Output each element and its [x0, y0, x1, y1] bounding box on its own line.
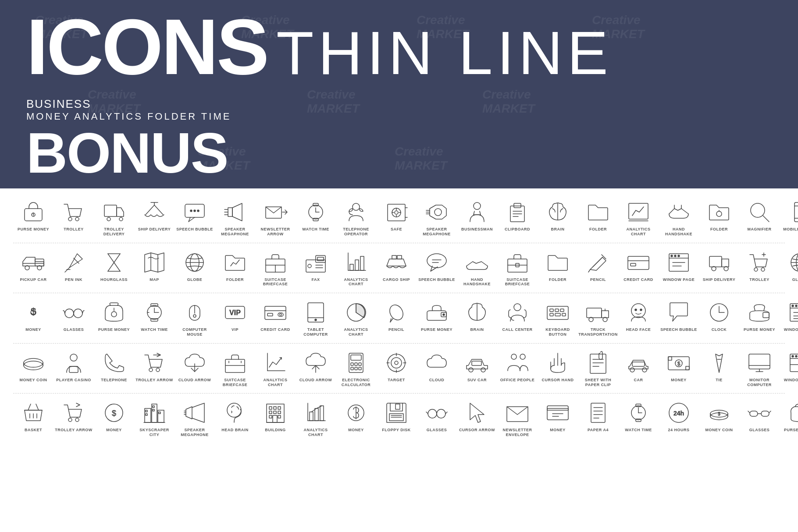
svg-text:$: $ [31, 306, 36, 317]
svg-point-221 [511, 354, 517, 359]
building-icon [262, 400, 289, 426]
analytics-chart2-label: ANALYTICS CHART [337, 277, 375, 287]
magnifier-icon [746, 199, 773, 225]
purse-money4-icon [746, 299, 773, 326]
icon-building: BUILDING [256, 400, 295, 433]
speech-bubble3-icon [666, 299, 692, 326]
floppy-disk-label: FLOPPY DISK [382, 428, 410, 433]
svg-text:VIP: VIP [229, 309, 241, 316]
pickup-car-label: PICKUP CAR [20, 277, 47, 282]
icon-floppy-disk: FLOPPY DISK [377, 400, 416, 433]
svg-rect-288 [395, 404, 400, 409]
credit-card2-label: CREDIT CARD [260, 327, 290, 332]
businessman-label: BUSINESSMAN [461, 227, 493, 232]
skyscraper-city-label: SKYSCRAPER CITY [135, 428, 174, 437]
window-page3-icon [787, 350, 798, 376]
folder-icon [585, 199, 611, 225]
icon-speech-bubble: SPEECH BUBBLE [175, 199, 214, 232]
icon-window-page: WINDOW PAGE [659, 249, 698, 282]
svg-rect-227 [632, 362, 645, 366]
icon-clock: CLOCK [700, 299, 738, 332]
svg-point-171 [640, 309, 642, 311]
svg-point-107 [674, 255, 676, 257]
mobile-phone-label: MOBILE PHONE [783, 227, 798, 232]
player-casino-label: PLAYER CASINO [56, 378, 91, 383]
suv-car-icon [464, 350, 490, 376]
money4-icon: $ [101, 400, 127, 426]
hand-handshake-label: HAND HANDSHAKE [659, 227, 698, 237]
folder2-label: FOLDER [710, 227, 728, 232]
skyscraper-city-icon [141, 400, 167, 426]
svg-rect-300 [547, 408, 568, 410]
svg-rect-91 [397, 255, 402, 259]
svg-rect-163 [550, 313, 553, 316]
svg-line-323 [748, 411, 750, 413]
svg-rect-103 [631, 263, 636, 266]
icon-telephone: TELEPHONE [95, 350, 133, 383]
suitcase-briefcase2-icon [504, 249, 531, 276]
speaker-megaphone-icon [222, 199, 248, 225]
icon-trolley-arrow: TROLLEY ARROW [135, 350, 174, 383]
svg-marker-15 [232, 203, 242, 221]
icon-folder4: FOLDER [216, 249, 254, 282]
svg-point-53 [751, 203, 765, 217]
icon-office-people: OFFICE PEOPLE [498, 350, 537, 383]
floppy-disk-icon [383, 400, 410, 426]
cargo-ship-label: CARGO SHIP [383, 277, 410, 282]
pencil3-icon [383, 299, 410, 326]
icon-trolley2: TROLLEY [740, 249, 779, 282]
money4-label: MONEY [106, 428, 122, 433]
icon-trolley-delivery: TROLLEY DELIVERY [95, 199, 133, 237]
icon-newsletter-envelope: NEWSLETTER ENVELOPE [498, 400, 537, 437]
office-people-label: OFFICE PEOPLE [500, 378, 535, 383]
icon-globe2: GLOBE [780, 249, 798, 282]
icon-analytics-chart5: ANALYTICS CHART [296, 400, 335, 437]
car-icon [625, 350, 652, 376]
tie-icon [706, 350, 732, 376]
analytics-chart3-icon [343, 299, 369, 326]
window-page2-icon [787, 299, 798, 326]
trolley2-icon [746, 249, 773, 276]
glasses-label: GLASSES [64, 327, 84, 332]
purse-money-label: PURSE MONEY [18, 227, 49, 232]
pencil3-label: PENCIL [388, 327, 404, 332]
icon-newsletter-arrow: NEWSLETTER ARROW [256, 199, 295, 237]
svg-rect-81 [317, 257, 324, 261]
svg-point-255 [75, 418, 79, 422]
icon-folder5: FOLDER [538, 249, 577, 282]
call-center-label: CALL CENTER [502, 327, 533, 332]
svg-point-193 [156, 368, 160, 372]
icon-hand-handshake: HAND HANDSHAKE [659, 199, 698, 237]
icon-keyboard-button: KEYBOARD BUTTON [538, 299, 577, 337]
brain-label: BRAIN [551, 227, 565, 232]
svg-rect-223 [590, 354, 606, 373]
svg-point-243 [795, 355, 797, 357]
svg-point-115 [761, 268, 765, 271]
clipboard-icon [504, 199, 531, 225]
folder4-icon [222, 249, 248, 276]
brain-icon [545, 199, 571, 225]
icon-tie: TIE [700, 350, 738, 383]
ship-delivery2-label: SHIP DELIVERY [703, 277, 736, 282]
watch-time3-icon [625, 400, 652, 426]
cloud-arrow2-icon [303, 350, 329, 376]
svg-rect-87 [350, 264, 353, 270]
vip-icon: VIP [222, 299, 248, 326]
svg-point-212 [391, 358, 402, 368]
svg-rect-299 [547, 406, 568, 420]
icon-paper-a4: PAPER A4 [579, 400, 617, 433]
money-label: MONEY [25, 327, 41, 332]
svg-point-125 [65, 309, 74, 318]
speech-bubble2-icon [424, 249, 450, 276]
24-hours-label: 24 HOURS [668, 428, 689, 433]
office-people-icon [504, 350, 531, 376]
icon-pen-ink: PEN INK [54, 249, 93, 282]
svg-rect-218 [472, 361, 481, 365]
svg-point-126 [74, 309, 82, 318]
svg-rect-279 [269, 415, 272, 418]
svg-rect-205 [351, 363, 353, 365]
icon-pickup-car: PICKUP CAR [14, 249, 53, 282]
icon-glasses: GLASSES [54, 299, 93, 332]
icon-ship-delivery: SHIP DELIVERY [135, 199, 174, 232]
suv-car-label: SUV CAR [467, 378, 487, 383]
